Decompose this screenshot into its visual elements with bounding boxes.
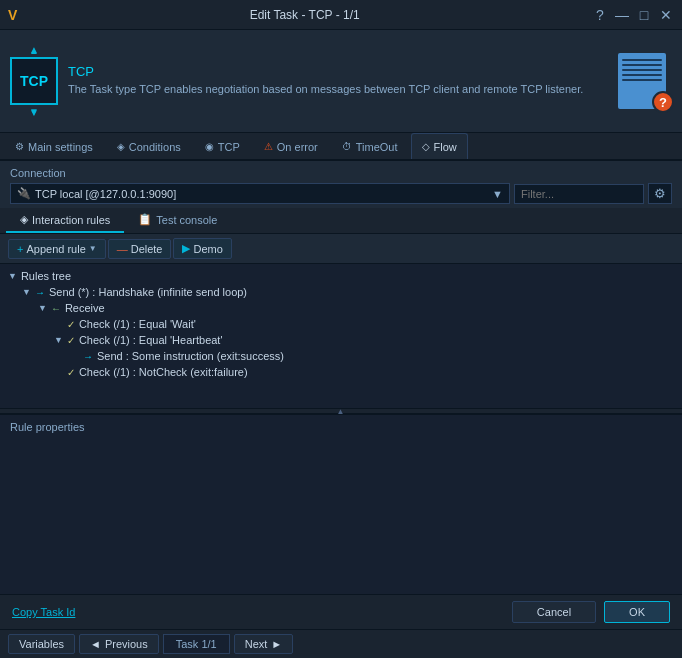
close-button[interactable]: ✕ (658, 7, 674, 23)
window-controls: ? — □ ✕ (592, 7, 674, 23)
sub-tab-interaction-rules[interactable]: ◈ Interaction rules (6, 208, 124, 233)
app-logo: V (8, 7, 17, 23)
maximize-button[interactable]: □ (636, 7, 652, 23)
send-handshake-toggle: ▼ (22, 287, 31, 297)
next-button[interactable]: Next ► (234, 634, 294, 654)
tree-item-send-handshake[interactable]: ▼ → Send (*) : Handshake (infinite send … (0, 284, 682, 300)
flow-icon: ◇ (422, 141, 430, 152)
delete-button[interactable]: — Delete (108, 239, 172, 259)
tree-item-check-heartbeat[interactable]: ▼ ✓ Check (/1) : Equal 'Heartbeat' (0, 332, 682, 348)
tree-item-check-wait[interactable]: ▼ ✓ Check (/1) : Equal 'Wait' (0, 316, 682, 332)
check-notcheck-icon: ✓ (67, 367, 75, 378)
tcp-badge: TCP (10, 57, 58, 105)
next-label: Next (245, 638, 268, 650)
window-title: Edit Task - TCP - 1/1 (17, 8, 592, 22)
tab-flow-label: Flow (434, 141, 457, 153)
variables-button[interactable]: Variables (8, 634, 75, 654)
connection-icon: 🔌 TCP local [@127.0.0.1:9090] (17, 187, 176, 200)
interaction-rules-icon: ◈ (20, 213, 28, 226)
rules-tree-toggle[interactable]: ▼ (8, 271, 17, 281)
check-notcheck-text: Check (/1) : NotCheck (exit:failure) (79, 366, 248, 378)
connection-label: Connection (10, 167, 672, 179)
send-instruction-icon: → (83, 351, 93, 362)
nav-bar: Variables ◄ Previous Task 1/1 Next ► (0, 629, 682, 658)
title-bar: V Edit Task - TCP - 1/1 ? — □ ✕ (0, 0, 682, 30)
filter-button[interactable]: ⚙ (648, 183, 672, 204)
connection-row: 🔌 TCP local [@127.0.0.1:9090] ▼ ⚙ (10, 183, 672, 204)
sub-tabs: ◈ Interaction rules 📋 Test console (0, 208, 682, 234)
demo-icon: ▶ (182, 242, 190, 255)
help-icon-area[interactable]: ? (612, 51, 672, 111)
task-type-description: The Task type TCP enables negotiation ba… (68, 82, 602, 97)
header-info: TCP The Task type TCP enables negotiatio… (68, 64, 602, 97)
prev-arrow-icon: ◄ (90, 638, 101, 650)
task-info: Task 1/1 (163, 634, 230, 654)
tab-tcp[interactable]: ◉ TCP (194, 133, 251, 159)
rules-tree-area: ▼ Rules tree ▼ → Send (*) : Handshake (i… (0, 264, 682, 408)
ok-button[interactable]: OK (604, 601, 670, 623)
minimize-button[interactable]: — (614, 7, 630, 23)
sub-tab-test-console[interactable]: 📋 Test console (124, 208, 231, 233)
rules-tree-label: Rules tree (21, 270, 71, 282)
delete-icon: — (117, 243, 128, 255)
sub-tab-interaction-label: Interaction rules (32, 214, 110, 226)
tcp-tab-icon: ◉ (205, 141, 214, 152)
connection-dropdown-arrow: ▼ (492, 188, 503, 200)
demo-label: Demo (193, 243, 222, 255)
timeout-icon: ⏱ (342, 141, 352, 152)
rule-properties-panel: Rule properties (0, 414, 682, 594)
toolbar: + Append rule ▼ — Delete ▶ Demo (0, 234, 682, 264)
task-type-title: TCP (68, 64, 602, 79)
delete-label: Delete (131, 243, 163, 255)
receive-text: Receive (65, 302, 105, 314)
header-area: ▲ TCP ▼ TCP The Task type TCP enables ne… (0, 30, 682, 133)
append-rule-button[interactable]: + Append rule ▼ (8, 239, 106, 259)
tree-item-check-notcheck[interactable]: ▼ ✓ Check (/1) : NotCheck (exit:failure) (0, 364, 682, 380)
send-instruction-text: Send : Some instruction (exit:success) (97, 350, 284, 362)
help-button[interactable]: ? (592, 7, 608, 23)
on-error-icon: ⚠ (264, 141, 273, 152)
tab-timeout-label: TimeOut (356, 141, 398, 153)
tab-timeout[interactable]: ⏱ TimeOut (331, 133, 409, 159)
main-settings-icon: ⚙ (15, 141, 24, 152)
connection-value: TCP local [@127.0.0.1:9090] (35, 188, 176, 200)
connection-section: Connection 🔌 TCP local [@127.0.0.1:9090]… (0, 161, 682, 208)
check-wait-text: Check (/1) : Equal 'Wait' (79, 318, 196, 330)
main-tabs: ⚙ Main settings ◈ Conditions ◉ TCP ⚠ On … (0, 133, 682, 161)
bottom-right-buttons: Cancel OK (512, 601, 670, 623)
tab-main-settings[interactable]: ⚙ Main settings (4, 133, 104, 159)
check-heartbeat-text: Check (/1) : Equal 'Heartbeat' (79, 334, 223, 346)
demo-button[interactable]: ▶ Demo (173, 238, 231, 259)
tab-main-settings-label: Main settings (28, 141, 93, 153)
check-heartbeat-toggle: ▼ (54, 335, 63, 345)
help-circle-icon: ? (652, 91, 674, 113)
rules-tree-header: ▼ Rules tree (0, 268, 682, 284)
tab-on-error[interactable]: ⚠ On error (253, 133, 329, 159)
tab-conditions[interactable]: ◈ Conditions (106, 133, 192, 159)
bottom-area: Copy Task Id Cancel OK (0, 594, 682, 629)
filter-input[interactable] (514, 184, 644, 204)
tree-item-send-instruction[interactable]: ▼ → Send : Some instruction (exit:succes… (0, 348, 682, 364)
cancel-button[interactable]: Cancel (512, 601, 596, 623)
rule-properties-label: Rule properties (10, 421, 672, 433)
tab-conditions-label: Conditions (129, 141, 181, 153)
append-rule-label: Append rule (26, 243, 85, 255)
send-handshake-text: Send (*) : Handshake (infinite send loop… (49, 286, 247, 298)
previous-label: Previous (105, 638, 148, 650)
connection-select[interactable]: 🔌 TCP local [@127.0.0.1:9090] ▼ (10, 183, 510, 204)
tab-tcp-label: TCP (218, 141, 240, 153)
test-console-icon: 📋 (138, 213, 152, 226)
copy-task-id-button[interactable]: Copy Task Id (12, 606, 75, 618)
tab-flow[interactable]: ◇ Flow (411, 133, 468, 159)
previous-button[interactable]: ◄ Previous (79, 634, 159, 654)
tab-on-error-label: On error (277, 141, 318, 153)
receive-icon: ← (51, 303, 61, 314)
check-wait-icon: ✓ (67, 319, 75, 330)
tree-item-receive[interactable]: ▼ ← Receive (0, 300, 682, 316)
receive-toggle: ▼ (38, 303, 47, 313)
conditions-icon: ◈ (117, 141, 125, 152)
append-dropdown-arrow: ▼ (89, 244, 97, 253)
sub-tab-test-label: Test console (156, 214, 217, 226)
send-handshake-icon: → (35, 287, 45, 298)
append-icon: + (17, 243, 23, 255)
